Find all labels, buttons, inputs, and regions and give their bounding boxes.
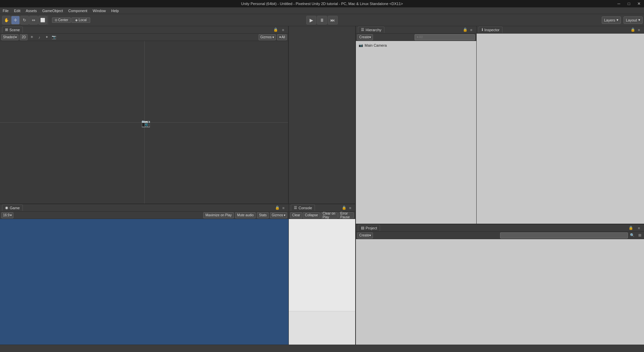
scene-camera-icon[interactable]: 📷: [51, 34, 57, 40]
inspector-tab-label: Inspector: [484, 28, 499, 32]
game-tab[interactable]: ◉ Game: [2, 205, 23, 211]
project-search-icon[interactable]: 🔍: [629, 232, 635, 238]
hierarchy-tab-label: Hierarchy: [366, 28, 381, 32]
layers-dropdown[interactable]: Layers ▾: [602, 16, 621, 24]
layout-dropdown[interactable]: Layout ▾: [624, 16, 643, 24]
project-view-icon[interactable]: ⊞: [637, 232, 643, 238]
shaded-label: Shaded: [3, 35, 14, 39]
shaded-dropdown[interactable]: Shaded ▾: [1, 34, 18, 40]
local-label: Local: [78, 18, 87, 22]
project-header: ▤ Project 🔒 ≡: [356, 224, 644, 232]
game-lock-icon[interactable]: 🔒: [274, 205, 280, 211]
hierarchy-menu-icon[interactable]: ≡: [468, 27, 474, 33]
error-pause-label: Error Pause: [340, 212, 352, 219]
clear-button[interactable]: Clear: [290, 212, 302, 218]
project-lock-icon[interactable]: 🔒: [628, 225, 634, 231]
layout-label: Layout: [626, 18, 637, 22]
scene-menu-icon[interactable]: ≡: [280, 27, 286, 33]
maximize-label: Maximize on Play: [205, 213, 231, 217]
inspector-tab[interactable]: ℹ Inspector: [479, 27, 502, 33]
clear-on-play-button[interactable]: Clear on Play: [321, 212, 338, 218]
console-panel: ☰ Console 🔒 ≡ Clear Collapse Clear on Pl…: [289, 204, 355, 345]
console-lock-icon[interactable]: 🔒: [341, 205, 347, 211]
camera-gizmo-icon: 📷: [141, 119, 150, 128]
project-menu-icon[interactable]: ≡: [636, 225, 642, 231]
camera-icon-small: 📷: [359, 43, 363, 47]
aspect-dropdown[interactable]: 16:9 ▾: [1, 212, 13, 218]
hierarchy-panel: ☰ Hierarchy 🔒 ≡ Create ▾: [356, 26, 477, 224]
scene-light-icon[interactable]: ☀: [29, 34, 35, 40]
step-button[interactable]: ⏭: [328, 16, 338, 25]
scene-viewport[interactable]: 📷: [0, 41, 288, 204]
scene-fx-icon[interactable]: ✦: [44, 34, 50, 40]
rotate-tool-button[interactable]: ↻: [20, 16, 29, 25]
console-toolbar: Clear Collapse Clear on Play Error Pause: [289, 212, 355, 219]
menu-help[interactable]: Help: [108, 7, 121, 14]
scene-lock-icon[interactable]: 🔒: [273, 27, 279, 33]
window-title: Unity Personal (64bit) - Untitled - Pixe…: [241, 2, 403, 6]
hierarchy-create-label: Create: [359, 35, 369, 39]
all-dropdown[interactable]: ✦All: [277, 34, 287, 40]
center-button[interactable]: ⊙ Center: [52, 17, 71, 23]
mute-label: Mute audio: [237, 213, 254, 217]
console-body: [289, 219, 355, 311]
hierarchy-create-chevron: ▾: [369, 35, 371, 39]
menu-window[interactable]: Window: [90, 7, 108, 14]
console-menu-icon[interactable]: ≡: [347, 205, 353, 211]
play-controls: ▶ ⏸ ⏭: [306, 16, 338, 25]
console-tab[interactable]: ☰ Console: [291, 205, 315, 211]
local-button[interactable]: ◈ Local: [71, 17, 90, 23]
toolbar: ✋ ✛ ↻ ⇔ ⬜ ⊙ Center ◈ Local ▶ ⏸ ⏭ Layers …: [0, 14, 644, 26]
scene-audio-icon[interactable]: ♪: [36, 34, 42, 40]
inspector-body: [477, 34, 644, 224]
hierarchy-lock-icon[interactable]: 🔒: [462, 27, 468, 33]
inspector-menu-icon[interactable]: ≡: [636, 27, 642, 33]
pause-button[interactable]: ⏸: [317, 16, 327, 25]
minimize-button[interactable]: ─: [614, 0, 624, 7]
project-body: [356, 239, 644, 345]
move-tool-button[interactable]: ✛: [11, 16, 20, 25]
scene-tab-icon: ⊞: [5, 28, 8, 32]
aspect-chevron-icon: ▾: [10, 213, 12, 217]
hierarchy-create-button[interactable]: Create ▾: [357, 34, 373, 40]
inspector-lock-icon[interactable]: 🔒: [630, 27, 636, 33]
error-pause-button[interactable]: Error Pause: [338, 212, 354, 218]
game-viewport[interactable]: [0, 219, 288, 345]
close-button[interactable]: ✕: [634, 0, 644, 7]
hierarchy-item-main-camera[interactable]: 📷 Main Camera: [357, 42, 475, 48]
2d-button[interactable]: 2D: [20, 34, 28, 40]
menu-assets[interactable]: Assets: [23, 7, 40, 14]
menu-component[interactable]: Component: [65, 7, 90, 14]
collapse-button[interactable]: Collapse: [303, 212, 320, 218]
game-gizmos-chevron-icon: ▾: [284, 213, 285, 217]
maximize-on-play-button[interactable]: Maximize on Play: [203, 212, 233, 218]
layers-chevron-icon: ▾: [616, 18, 619, 22]
layers-label: Layers: [604, 18, 615, 22]
project-search-input[interactable]: [500, 232, 628, 238]
hierarchy-tab[interactable]: ☰ Hierarchy: [358, 27, 384, 33]
left-panel: ⊞ Scene 🔒 ≡ Shaded ▾ 2D ☀ ♪ ✦ 📷: [0, 26, 288, 345]
scene-header: ⊞ Scene 🔒 ≡: [0, 26, 288, 34]
game-gizmos-dropdown[interactable]: Gizmos ▾: [270, 212, 287, 218]
project-tab-label: Project: [366, 226, 377, 230]
game-menu-icon[interactable]: ≡: [280, 205, 286, 211]
menu-file[interactable]: File: [0, 7, 11, 14]
gizmos-dropdown[interactable]: Gizmos ▾: [259, 34, 276, 40]
scene-tab[interactable]: ⊞ Scene: [2, 27, 23, 33]
stats-button[interactable]: Stats: [257, 212, 269, 218]
mute-audio-button[interactable]: Mute audio: [235, 212, 256, 218]
menu-gameobject[interactable]: GameObject: [40, 7, 66, 14]
restore-button[interactable]: □: [624, 0, 634, 7]
hierarchy-search-input[interactable]: [415, 34, 475, 40]
rect-tool-button[interactable]: ⬜: [38, 16, 47, 25]
project-create-button[interactable]: Create ▾: [357, 232, 373, 238]
status-bar: [0, 345, 644, 352]
middle-panel: ☰ Console 🔒 ≡ Clear Collapse Clear on Pl…: [288, 26, 356, 345]
project-create-label: Create: [359, 233, 369, 237]
project-tab[interactable]: ▤ Project: [358, 225, 380, 231]
play-button[interactable]: ▶: [306, 16, 316, 25]
hand-tool-button[interactable]: ✋: [2, 16, 11, 25]
inspector-tab-icon: ℹ: [482, 28, 483, 32]
scale-tool-button[interactable]: ⇔: [29, 16, 38, 25]
menu-edit[interactable]: Edit: [11, 7, 23, 14]
